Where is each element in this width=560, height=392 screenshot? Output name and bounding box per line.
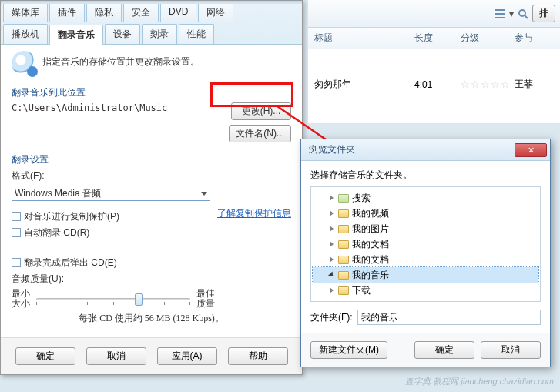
rip-cd-icon (12, 51, 36, 75)
format-label: 格式(F): (12, 169, 291, 183)
quality-max-b: 质量 (196, 299, 215, 309)
format-select[interactable]: Windows Media 音频 (12, 186, 210, 201)
svg-line-5 (525, 15, 528, 18)
library-panel: ▾ 排 标题 长度 分级 参与 匆匆那年 4:01 ☆☆☆☆☆ 王菲 (308, 0, 560, 123)
tab-media-library[interactable]: 媒体库 (3, 2, 48, 22)
audio-quality-label: 音频质量(U): (12, 273, 291, 286)
library-track-row[interactable]: 匆匆那年 4:01 ☆☆☆☆☆ 王菲 (308, 74, 560, 95)
folder-icon (338, 194, 349, 203)
cancel-button[interactable]: 取消 (86, 347, 146, 365)
tab-performance[interactable]: 性能 (179, 24, 214, 44)
col-rating[interactable]: 分级 (454, 32, 508, 45)
rip-settings-group-title: 翻录设置 (12, 153, 291, 166)
folder-tree[interactable]: 搜索 我的视频 我的图片 我的文档 我的文档 我的音乐 下载 (310, 186, 541, 302)
folder-icon (338, 286, 349, 295)
svg-rect-3 (495, 17, 505, 18)
dialog-ok-button[interactable]: 确定 (414, 341, 474, 359)
sort-button[interactable]: 排 (532, 5, 555, 22)
tab-privacy[interactable]: 隐私 (86, 2, 122, 22)
tab-devices[interactable]: 设备 (105, 24, 140, 44)
chevron-down-icon (201, 192, 207, 196)
svg-rect-1 (495, 9, 505, 11)
track-rating[interactable]: ☆☆☆☆☆ (454, 79, 508, 90)
eject-cd-checkbox[interactable] (12, 258, 21, 267)
dialog-titlebar[interactable]: 浏览文件夹 ✕ (301, 139, 550, 161)
watermark-text: 查字典 教程网 jiaocheng.chazidian.com (405, 376, 554, 387)
tab-player[interactable]: 播放机 (3, 24, 48, 44)
svg-point-4 (519, 10, 525, 16)
folder-icon (338, 209, 349, 218)
tab-network[interactable]: 网络 (198, 2, 233, 22)
ok-button[interactable]: 确定 (15, 347, 75, 365)
options-tabs: 媒体库 插件 隐私 安全 DVD 网络 播放机 翻录音乐 设备 刻录 性能 (1, 1, 302, 45)
auto-rip-label: 自动翻录 CD(R) (24, 227, 89, 238)
audio-quality-slider[interactable] (36, 291, 190, 307)
col-artist[interactable]: 参与 (508, 32, 560, 45)
dialog-title-text: 浏览文件夹 (309, 143, 355, 156)
tab-plugins[interactable]: 插件 (49, 2, 85, 22)
copy-protect-checkbox[interactable] (12, 212, 21, 221)
folder-icon (338, 240, 349, 249)
tree-item-selected[interactable]: 我的音乐 (313, 267, 538, 283)
format-value: Windows Media 音频 (15, 187, 101, 200)
eject-cd-label: 翻录完成后弹出 CD(E) (24, 257, 117, 268)
dialog-prompt: 选择存储音乐的文件夹。 (310, 169, 541, 182)
tab-dvd[interactable]: DVD (160, 2, 196, 22)
quality-min-b: 大小 (12, 299, 30, 309)
close-button[interactable]: ✕ (515, 143, 547, 157)
list-view-icon[interactable] (494, 8, 506, 20)
folder-field-label: 文件夹(F): (310, 311, 353, 324)
folder-field[interactable] (357, 310, 541, 325)
search-icon[interactable] (517, 8, 529, 20)
tab-rip-music[interactable]: 翻录音乐 (49, 25, 103, 45)
track-artist: 王菲 (508, 78, 560, 91)
filename-button[interactable]: 文件名(N)... (229, 125, 291, 142)
rip-location-path: C:\Users\Administrator\Music (12, 102, 167, 113)
change-location-button[interactable]: 更改(H)... (231, 102, 291, 120)
svg-rect-2 (495, 13, 505, 15)
page-description: 指定音乐的存储位置并更改翻录设置。 (42, 51, 200, 69)
copy-protect-label: 对音乐进行复制保护(P) (24, 211, 119, 222)
dialog-button-row: 确定 取消 应用(A) 帮助 (1, 337, 302, 374)
copy-protection-info-link[interactable]: 了解复制保护信息 (217, 207, 291, 243)
track-title: 匆匆那年 (308, 78, 408, 91)
library-header-row: 标题 长度 分级 参与 (308, 28, 560, 49)
quality-info-text: 每张 CD 使用约 56 MB (128 Kbps)。 (12, 312, 291, 325)
tree-item[interactable]: 我的图片 (313, 221, 538, 236)
auto-rip-checkbox[interactable] (12, 228, 21, 237)
tab-security[interactable]: 安全 (123, 2, 159, 22)
folder-icon (338, 225, 349, 233)
col-length[interactable]: 长度 (408, 32, 454, 45)
tree-item[interactable]: 我的文档 (313, 252, 538, 267)
dialog-cancel-button[interactable]: 取消 (481, 341, 541, 359)
tree-item[interactable]: 搜索 (313, 190, 538, 206)
library-toolbar: ▾ 排 (308, 0, 560, 28)
tab-burn[interactable]: 刻录 (142, 24, 177, 44)
browse-folder-dialog: 浏览文件夹 ✕ 选择存储音乐的文件夹。 搜索 我的视频 我的图片 我的文档 我的… (300, 139, 551, 367)
col-title[interactable]: 标题 (308, 32, 408, 45)
tree-item[interactable]: 我的文档 (313, 236, 538, 252)
tree-item[interactable]: 我的视频 (313, 206, 538, 221)
folder-icon (338, 256, 349, 264)
track-length: 4:01 (408, 79, 454, 90)
rip-options-window: 媒体库 插件 隐私 安全 DVD 网络 播放机 翻录音乐 设备 刻录 性能 指定… (0, 0, 303, 375)
new-folder-button[interactable]: 新建文件夹(M) (310, 341, 387, 359)
tree-item[interactable]: 下载 (313, 283, 538, 298)
help-button[interactable]: 帮助 (228, 347, 288, 365)
location-group-title: 翻录音乐到此位置 (12, 86, 291, 99)
folder-icon (338, 271, 349, 280)
apply-button[interactable]: 应用(A) (157, 347, 217, 365)
